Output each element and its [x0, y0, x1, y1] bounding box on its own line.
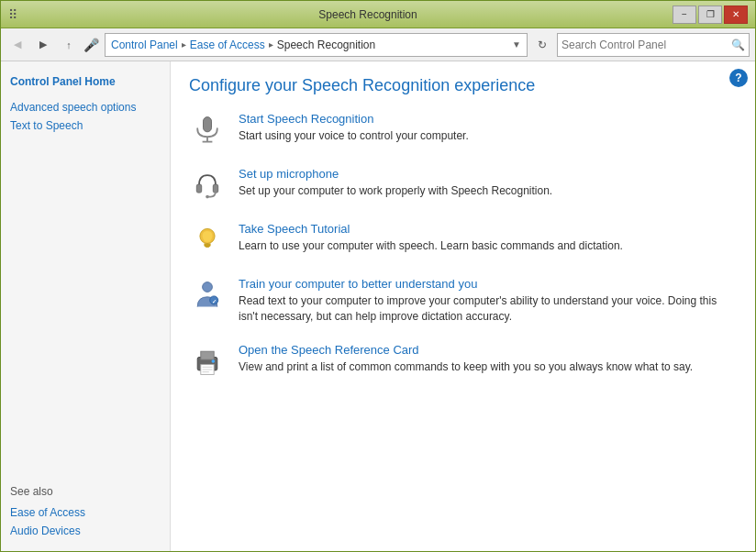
reference-card-desc: View and print a list of common commands… [239, 360, 693, 373]
sidebar-item-ease-of-access[interactable]: Ease of Access [10, 503, 161, 522]
list-item: Set up microphone Set up your computer t… [189, 167, 737, 204]
breadcrumb-sep-1: ▸ [182, 39, 186, 50]
title-bar-drag: Speech Recognition [63, 8, 673, 21]
list-item: Start Speech Recognition Start using you… [189, 112, 737, 149]
speech-tutorial-desc: Learn to use your computer with speech. … [239, 239, 623, 252]
setup-microphone-desc: Set up your computer to work properly wi… [239, 184, 552, 197]
reference-card-link[interactable]: Open the Speech Reference Card [239, 343, 693, 357]
list-item: Take Speech Tutorial Learn to use your c… [189, 222, 737, 259]
item-text-tutorial: Take Speech Tutorial Learn to use your c… [239, 222, 623, 254]
close-button[interactable]: ✕ [724, 6, 748, 24]
breadcrumb-current: Speech Recognition [277, 39, 375, 51]
item-text-reference: Open the Speech Reference Card View and … [239, 343, 693, 375]
setup-microphone-link[interactable]: Set up microphone [239, 167, 552, 181]
up-button[interactable]: ↑ [58, 34, 80, 56]
svg-rect-3 [196, 184, 201, 193]
window-title: Speech Recognition [318, 8, 417, 21]
minimize-button[interactable]: − [673, 6, 696, 24]
sidebar-item-audio-devices[interactable]: Audio Devices [10, 522, 161, 540]
address-bar: ◀ ▶ ↑ 🎤 Control Panel ▸ Ease of Access ▸… [1, 28, 755, 61]
svg-rect-0 [204, 117, 212, 132]
restore-button[interactable]: ❐ [698, 6, 722, 24]
window-drag-icon: ⠿ [8, 7, 17, 22]
start-speech-desc: Start using your voice to control your c… [239, 129, 469, 142]
speech-tutorial-link[interactable]: Take Speech Tutorial [239, 222, 623, 236]
svg-point-5 [206, 195, 209, 199]
printer-icon [189, 343, 226, 380]
svg-point-8 [203, 282, 213, 293]
train-computer-desc: Read text to your computer to improve yo… [239, 294, 717, 323]
back-button[interactable]: ◀ [6, 34, 28, 56]
sidebar-item-advanced-speech[interactable]: Advanced speech options [10, 98, 161, 116]
main-window: ⠿ Speech Recognition − ❐ ✕ ◀ ▶ ↑ 🎤 Contr… [0, 0, 756, 552]
breadcrumb: Control Panel ▸ Ease of Access ▸ Speech … [105, 33, 528, 57]
refresh-button[interactable]: ↻ [531, 34, 553, 56]
headset-icon [189, 167, 226, 204]
sidebar: Control Panel Home Advanced speech optio… [1, 61, 171, 551]
lightbulb-icon [189, 222, 226, 259]
list-item: Open the Speech Reference Card View and … [189, 343, 737, 380]
help-button[interactable]: ? [729, 69, 748, 87]
page-title: Configure your Speech Recognition experi… [189, 76, 737, 95]
microphone-icon [189, 112, 226, 149]
item-text-start-speech: Start Speech Recognition Start using you… [239, 112, 469, 144]
address-mic-icon: 🎤 [83, 38, 99, 52]
train-computer-link[interactable]: Train your computer to better understand… [239, 277, 737, 291]
svg-text:✓: ✓ [212, 298, 217, 304]
title-bar-controls: − ❐ ✕ [673, 6, 748, 24]
search-input[interactable] [561, 39, 731, 51]
svg-rect-12 [201, 351, 214, 359]
forward-button[interactable]: ▶ [32, 34, 54, 56]
search-icon[interactable]: 🔍 [731, 39, 745, 51]
sidebar-home-link[interactable]: Control Panel Home [10, 72, 161, 91]
main-content: ? Configure your Speech Recognition expe… [171, 61, 755, 551]
person-icon: ✓ [189, 277, 226, 314]
breadcrumb-control-panel[interactable]: Control Panel [111, 39, 178, 51]
breadcrumb-dropdown[interactable]: ▼ [512, 39, 521, 50]
list-item: ✓ Train your computer to better understa… [189, 277, 737, 325]
title-bar: ⠿ Speech Recognition − ❐ ✕ [1, 1, 755, 28]
sidebar-item-text-to-speech[interactable]: Text to Speech [10, 116, 161, 135]
start-speech-link[interactable]: Start Speech Recognition [239, 112, 469, 126]
search-box: 🔍 [557, 33, 750, 57]
item-text-setup-mic: Set up microphone Set up your computer t… [239, 167, 552, 199]
see-also-title: See also [10, 485, 161, 498]
sidebar-bottom: See also Ease of Access Audio Devices [10, 485, 161, 540]
svg-point-17 [212, 359, 216, 363]
item-text-train: Train your computer to better understand… [239, 277, 737, 325]
content-area: Control Panel Home Advanced speech optio… [1, 61, 755, 551]
breadcrumb-ease-of-access[interactable]: Ease of Access [190, 39, 265, 51]
breadcrumb-sep-2: ▸ [269, 39, 273, 50]
